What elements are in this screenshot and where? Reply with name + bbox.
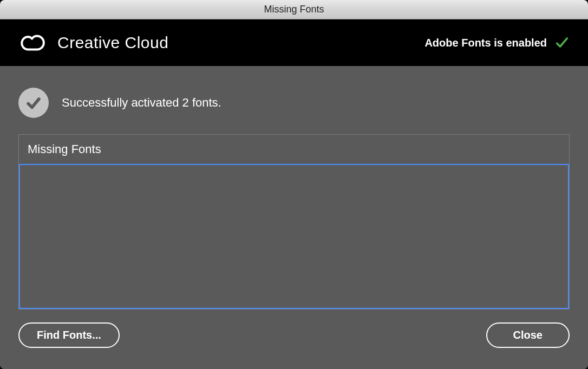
creative-cloud-icon [18,29,45,56]
find-fonts-button[interactable]: Find Fonts... [18,322,120,348]
window-title: Missing Fonts [264,4,324,15]
title-bar[interactable]: Missing Fonts [0,0,588,19]
header-bar: Creative Cloud Adobe Fonts is enabled [0,19,588,66]
missing-fonts-panel: Missing Fonts [18,134,570,309]
brand-title: Creative Cloud [57,34,168,52]
dialog-body: Successfully activated 2 fonts. Missing … [0,66,588,369]
success-badge [18,88,49,118]
missing-fonts-dialog: Missing Fonts Creative Cloud Adobe Fonts… [0,0,588,369]
status-row: Successfully activated 2 fonts. [0,66,588,134]
dialog-footer: Find Fonts... Close [0,309,588,364]
status-message: Successfully activated 2 fonts. [62,96,221,110]
check-icon [554,35,570,50]
header-status: Adobe Fonts is enabled [424,35,570,50]
panel-title: Missing Fonts [19,135,569,164]
missing-fonts-list[interactable] [19,164,569,309]
brand-wrap: Creative Cloud [18,29,168,56]
fonts-enabled-label: Adobe Fonts is enabled [424,37,547,49]
close-button[interactable]: Close [486,322,570,348]
